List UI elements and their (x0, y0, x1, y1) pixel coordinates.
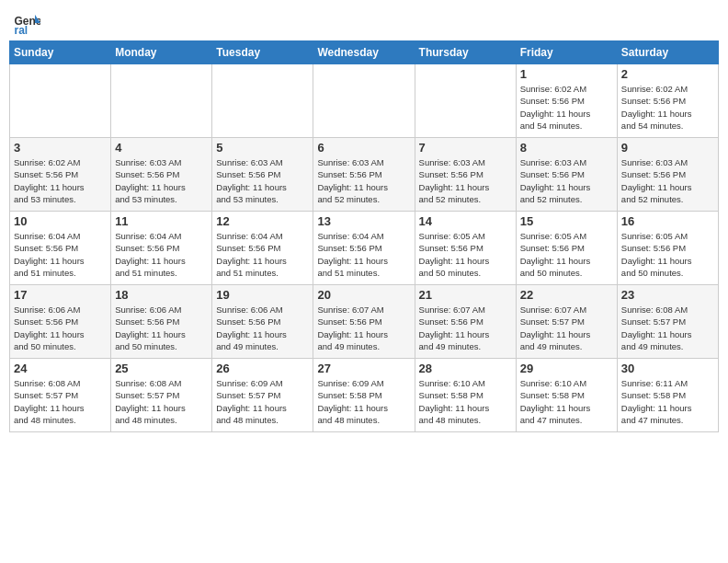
day-info: Sunrise: 6:03 AM Sunset: 5:56 PM Dayligh… (216, 156, 309, 205)
day-info: Sunrise: 6:08 AM Sunset: 5:57 PM Dayligh… (621, 304, 714, 352)
calendar-cell: 23Sunrise: 6:08 AM Sunset: 5:57 PM Dayli… (617, 285, 718, 359)
calendar-cell: 24Sunrise: 6:08 AM Sunset: 5:57 PM Dayli… (10, 359, 111, 432)
calendar-week-row: 17Sunrise: 6:06 AM Sunset: 5:56 PM Dayli… (10, 285, 719, 359)
svg-text:ral: ral (15, 24, 28, 37)
day-info: Sunrise: 6:05 AM Sunset: 5:56 PM Dayligh… (520, 230, 613, 279)
calendar-cell: 2Sunrise: 6:02 AM Sunset: 5:56 PM Daylig… (617, 64, 718, 138)
day-number: 29 (520, 362, 613, 375)
day-number: 23 (621, 288, 714, 302)
day-info: Sunrise: 6:04 AM Sunset: 5:56 PM Dayligh… (216, 230, 309, 279)
weekday-header-tuesday: Tuesday (212, 41, 313, 64)
calendar-cell: 16Sunrise: 6:05 AM Sunset: 5:56 PM Dayli… (617, 212, 718, 285)
day-info: Sunrise: 6:02 AM Sunset: 5:56 PM Dayligh… (621, 83, 714, 132)
weekday-header-monday: Monday (111, 41, 212, 64)
day-number: 21 (419, 288, 512, 302)
day-number: 17 (14, 288, 107, 302)
weekday-header-row: SundayMondayTuesdayWednesdayThursdayFrid… (10, 41, 719, 64)
day-number: 24 (14, 362, 107, 375)
calendar-cell: 6Sunrise: 6:03 AM Sunset: 5:56 PM Daylig… (313, 138, 415, 212)
day-number: 7 (419, 141, 512, 155)
day-number: 15 (520, 214, 613, 228)
day-info: Sunrise: 6:07 AM Sunset: 5:56 PM Dayligh… (317, 304, 410, 352)
calendar-table: SundayMondayTuesdayWednesdayThursdayFrid… (9, 40, 719, 432)
day-info: Sunrise: 6:07 AM Sunset: 5:56 PM Dayligh… (419, 304, 512, 352)
day-info: Sunrise: 6:09 AM Sunset: 5:57 PM Dayligh… (216, 377, 309, 426)
day-info: Sunrise: 6:08 AM Sunset: 5:57 PM Dayligh… (14, 377, 107, 426)
day-number: 6 (317, 141, 410, 155)
calendar-cell: 9Sunrise: 6:03 AM Sunset: 5:56 PM Daylig… (617, 138, 718, 212)
calendar-cell: 14Sunrise: 6:05 AM Sunset: 5:56 PM Dayli… (415, 212, 516, 285)
day-info: Sunrise: 6:10 AM Sunset: 5:58 PM Dayligh… (520, 377, 613, 426)
weekday-header-friday: Friday (516, 41, 617, 64)
day-info: Sunrise: 6:02 AM Sunset: 5:56 PM Dayligh… (14, 156, 107, 205)
logo-icon: Gene ral (13, 9, 40, 37)
day-info: Sunrise: 6:05 AM Sunset: 5:56 PM Dayligh… (621, 230, 714, 279)
weekday-header-saturday: Saturday (617, 41, 718, 64)
day-info: Sunrise: 6:06 AM Sunset: 5:56 PM Dayligh… (115, 304, 208, 352)
day-info: Sunrise: 6:04 AM Sunset: 5:56 PM Dayligh… (14, 230, 107, 279)
calendar-cell: 5Sunrise: 6:03 AM Sunset: 5:56 PM Daylig… (212, 138, 313, 212)
calendar-week-row: 24Sunrise: 6:08 AM Sunset: 5:57 PM Dayli… (10, 359, 719, 432)
day-info: Sunrise: 6:06 AM Sunset: 5:56 PM Dayligh… (216, 304, 309, 352)
calendar-cell: 7Sunrise: 6:03 AM Sunset: 5:56 PM Daylig… (415, 138, 516, 212)
day-number: 14 (419, 214, 512, 228)
calendar-cell: 28Sunrise: 6:10 AM Sunset: 5:58 PM Dayli… (415, 359, 516, 432)
day-info: Sunrise: 6:03 AM Sunset: 5:56 PM Dayligh… (317, 156, 410, 205)
calendar-cell: 25Sunrise: 6:08 AM Sunset: 5:57 PM Dayli… (111, 359, 212, 432)
day-number: 3 (14, 141, 107, 155)
day-number: 25 (115, 362, 208, 375)
day-number: 26 (216, 362, 309, 375)
calendar-cell: 30Sunrise: 6:11 AM Sunset: 5:58 PM Dayli… (617, 359, 718, 432)
calendar-cell (212, 64, 313, 138)
day-info: Sunrise: 6:04 AM Sunset: 5:56 PM Dayligh… (317, 230, 410, 279)
weekday-header-sunday: Sunday (10, 41, 111, 64)
day-info: Sunrise: 6:03 AM Sunset: 5:56 PM Dayligh… (621, 156, 714, 205)
calendar-cell: 20Sunrise: 6:07 AM Sunset: 5:56 PM Dayli… (313, 285, 415, 359)
day-info: Sunrise: 6:11 AM Sunset: 5:58 PM Dayligh… (621, 377, 714, 426)
day-number: 13 (317, 214, 410, 228)
calendar-cell: 18Sunrise: 6:06 AM Sunset: 5:56 PM Dayli… (111, 285, 212, 359)
calendar-cell (111, 64, 212, 138)
day-info: Sunrise: 6:04 AM Sunset: 5:56 PM Dayligh… (115, 230, 208, 279)
day-number: 11 (115, 214, 208, 228)
day-info: Sunrise: 6:10 AM Sunset: 5:58 PM Dayligh… (419, 377, 512, 426)
day-info: Sunrise: 6:08 AM Sunset: 5:57 PM Dayligh… (115, 377, 208, 426)
day-info: Sunrise: 6:03 AM Sunset: 5:56 PM Dayligh… (520, 156, 613, 205)
day-number: 1 (520, 67, 613, 81)
day-number: 19 (216, 288, 309, 302)
day-info: Sunrise: 6:02 AM Sunset: 5:56 PM Dayligh… (520, 83, 613, 132)
day-number: 10 (14, 214, 107, 228)
day-number: 5 (216, 141, 309, 155)
calendar-cell: 10Sunrise: 6:04 AM Sunset: 5:56 PM Dayli… (10, 212, 111, 285)
day-number: 9 (621, 141, 714, 155)
calendar-cell: 21Sunrise: 6:07 AM Sunset: 5:56 PM Dayli… (415, 285, 516, 359)
day-number: 22 (520, 288, 613, 302)
day-info: Sunrise: 6:09 AM Sunset: 5:58 PM Dayligh… (317, 377, 410, 426)
weekday-header-wednesday: Wednesday (313, 41, 415, 64)
calendar-cell: 17Sunrise: 6:06 AM Sunset: 5:56 PM Dayli… (10, 285, 111, 359)
calendar-cell: 11Sunrise: 6:04 AM Sunset: 5:56 PM Dayli… (111, 212, 212, 285)
calendar-cell: 4Sunrise: 6:03 AM Sunset: 5:56 PM Daylig… (111, 138, 212, 212)
calendar-week-row: 3Sunrise: 6:02 AM Sunset: 5:56 PM Daylig… (10, 138, 719, 212)
day-number: 27 (317, 362, 410, 375)
day-number: 20 (317, 288, 410, 302)
day-info: Sunrise: 6:07 AM Sunset: 5:57 PM Dayligh… (520, 304, 613, 352)
weekday-header-thursday: Thursday (415, 41, 516, 64)
day-number: 2 (621, 67, 714, 81)
calendar-cell: 19Sunrise: 6:06 AM Sunset: 5:56 PM Dayli… (212, 285, 313, 359)
day-number: 28 (419, 362, 512, 375)
calendar-cell (10, 64, 111, 138)
calendar-cell: 1Sunrise: 6:02 AM Sunset: 5:56 PM Daylig… (516, 64, 617, 138)
day-info: Sunrise: 6:06 AM Sunset: 5:56 PM Dayligh… (14, 304, 107, 352)
day-number: 8 (520, 141, 613, 155)
day-info: Sunrise: 6:03 AM Sunset: 5:56 PM Dayligh… (419, 156, 512, 205)
calendar-week-row: 1Sunrise: 6:02 AM Sunset: 5:56 PM Daylig… (10, 64, 719, 138)
day-info: Sunrise: 6:03 AM Sunset: 5:56 PM Dayligh… (115, 156, 208, 205)
day-number: 12 (216, 214, 309, 228)
calendar-cell: 13Sunrise: 6:04 AM Sunset: 5:56 PM Dayli… (313, 212, 415, 285)
day-number: 18 (115, 288, 208, 302)
day-number: 30 (621, 362, 714, 375)
calendar-cell: 8Sunrise: 6:03 AM Sunset: 5:56 PM Daylig… (516, 138, 617, 212)
calendar-cell: 29Sunrise: 6:10 AM Sunset: 5:58 PM Dayli… (516, 359, 617, 432)
calendar-week-row: 10Sunrise: 6:04 AM Sunset: 5:56 PM Dayli… (10, 212, 719, 285)
